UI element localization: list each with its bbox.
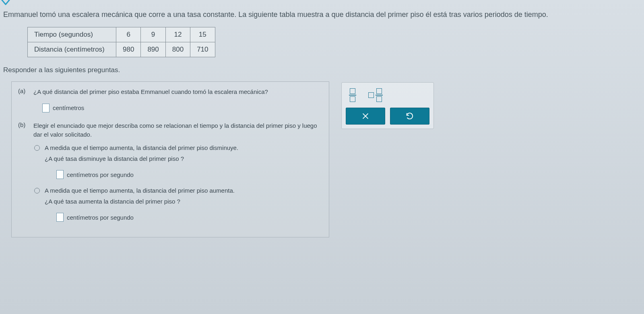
cell-dist-2: 890 [141, 42, 165, 57]
option-decrease-subquestion: ¿A qué tasa disminuye la distancia del p… [45, 155, 322, 162]
cell-time-1: 6 [116, 27, 141, 42]
reset-button[interactable] [390, 108, 429, 125]
rate-increase-input[interactable] [56, 213, 64, 222]
cell-time-2: 9 [141, 27, 165, 42]
radio-icon [34, 145, 40, 151]
cell-time-4: 15 [190, 27, 215, 42]
problem-statement: Emmanuel tomó una escalera mecánica que … [3, 10, 641, 20]
answer-a-input[interactable] [42, 104, 50, 112]
answer-a-unit: centímetros [53, 104, 84, 111]
collapse-chevron-icon[interactable] [0, 0, 11, 8]
option-increase[interactable]: A medida que el tiempo aumenta, la dista… [34, 187, 322, 194]
question-b-text: Elegir el enunciado que mejor describa c… [33, 121, 322, 139]
question-b-label: (b) [18, 121, 29, 139]
rate-decrease-unit: centímetros por segundo [67, 171, 134, 178]
data-table: Tiempo (segundos) 6 9 12 15 Distancia (c… [27, 27, 215, 57]
cell-dist-3: 800 [165, 42, 190, 57]
fraction-tool[interactable] [349, 88, 356, 102]
mixed-number-tool[interactable] [368, 88, 383, 102]
cell-time-3: 12 [165, 27, 190, 42]
close-icon [361, 112, 370, 121]
table-row: Distancia (centímetros) 980 890 800 710 [28, 42, 215, 57]
option-decrease-text: A medida que el tiempo aumenta, la dista… [45, 144, 238, 151]
cell-dist-1: 980 [116, 42, 141, 57]
option-increase-subquestion: ¿A qué tasa aumenta la distancia del pri… [45, 198, 322, 205]
row-header-time: Tiempo (segundos) [28, 27, 116, 42]
question-a-text: ¿A qué distancia del primer piso estaba … [33, 87, 268, 96]
math-tools-panel [341, 82, 434, 129]
row-header-distance: Distancia (centímetros) [28, 42, 116, 57]
question-box: (a) ¿A qué distancia del primer piso est… [11, 81, 329, 237]
cell-dist-4: 710 [190, 42, 215, 57]
question-a-label: (a) [18, 87, 29, 96]
clear-button[interactable] [346, 108, 385, 125]
table-row: Tiempo (segundos) 6 9 12 15 [28, 27, 215, 42]
rate-increase-unit: centímetros por segundo [67, 214, 134, 221]
instruction-text: Responder a las siguientes preguntas. [3, 66, 641, 74]
undo-icon [405, 112, 414, 121]
radio-icon [34, 188, 40, 193]
option-decrease[interactable]: A medida que el tiempo aumenta, la dista… [34, 144, 322, 151]
rate-decrease-input[interactable] [56, 170, 64, 179]
option-increase-text: A medida que el tiempo aumenta, la dista… [45, 187, 235, 194]
